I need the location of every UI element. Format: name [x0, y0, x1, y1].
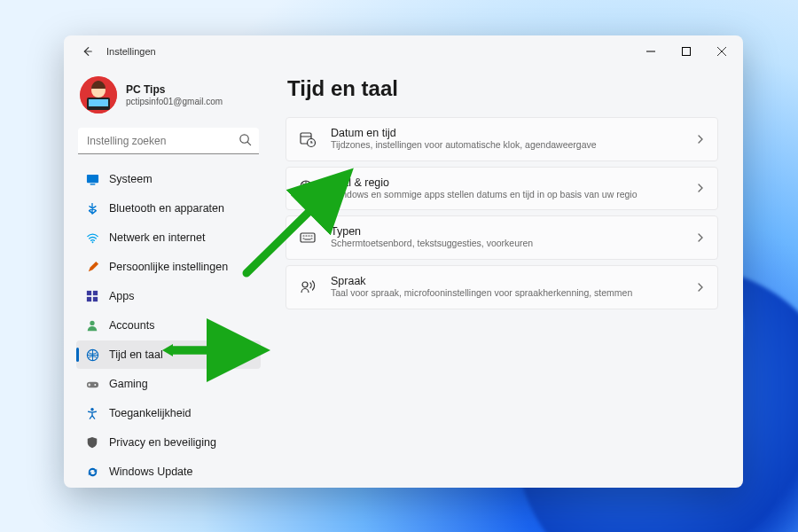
- card-title: Spraak: [331, 275, 682, 287]
- card-language-region[interactable]: Taal & regioWindows en sommige apps stel…: [286, 167, 718, 211]
- sidebar-item-label: Tijd en taal: [109, 348, 163, 361]
- titlebar: Instellingen: [64, 35, 743, 67]
- sidebar-item-gaming[interactable]: Gaming: [76, 370, 261, 398]
- apps-icon: [85, 289, 99, 303]
- svg-point-5: [240, 135, 248, 143]
- svg-rect-12: [93, 297, 98, 301]
- settings-window: Instellingen PC Tips pctipsinfo01@gmail.…: [64, 35, 743, 488]
- profile-email: pctipsinfo01@gmail.com: [126, 97, 223, 106]
- svg-point-8: [91, 241, 93, 243]
- main-content: Tijd en taal Datum en tijdTijdzones, ins…: [270, 67, 743, 488]
- language-globe-icon: [299, 179, 317, 197]
- sidebar-item-label: Toegankelijkheid: [109, 407, 191, 419]
- sidebar-item-network[interactable]: Netwerk en internet: [76, 223, 261, 252]
- search-box: [78, 128, 259, 154]
- card-title: Typen: [331, 225, 682, 238]
- sidebar-item-accounts[interactable]: Accounts: [76, 311, 261, 340]
- sidebar-item-windows-update[interactable]: Windows Update: [76, 458, 261, 486]
- svg-rect-11: [87, 297, 91, 301]
- sidebar-item-label: Privacy en beveiliging: [109, 436, 216, 449]
- card-date-time[interactable]: Datum en tijdTijdzones, instellingen voo…: [286, 117, 718, 161]
- sidebar-item-apps[interactable]: Apps: [76, 282, 261, 310]
- chevron-right-icon: [696, 279, 705, 295]
- shield-icon: [85, 435, 99, 450]
- sidebar-item-time-language[interactable]: Tijd en taal: [76, 340, 261, 369]
- chevron-right-icon: [696, 180, 705, 196]
- sidebar-item-privacy[interactable]: Privacy en beveiliging: [76, 428, 261, 457]
- sidebar-item-bluetooth[interactable]: Bluetooth en apparaten: [76, 194, 261, 223]
- chevron-right-icon: [696, 230, 705, 246]
- sidebar-item-label: Persoonlijke instellingen: [109, 261, 228, 273]
- chevron-right-icon: [696, 131, 705, 147]
- brush-icon: [85, 260, 99, 274]
- sidebar-item-label: Windows Update: [109, 466, 193, 478]
- nav-list: Systeem Bluetooth en apparaten Netwerk e…: [76, 165, 261, 486]
- sidebar-item-label: Gaming: [109, 378, 148, 390]
- minimize-button[interactable]: [633, 35, 669, 67]
- back-button[interactable]: [76, 41, 98, 62]
- svg-rect-6: [86, 174, 98, 182]
- sidebar: PC Tips pctipsinfo01@gmail.com Systeem B…: [64, 67, 270, 488]
- maximize-button[interactable]: [669, 35, 704, 67]
- card-desc: Taal voor spraak, microfooninstellingen …: [331, 287, 682, 300]
- card-title: Taal & regio: [331, 176, 682, 189]
- card-speech[interactable]: SpraakTaal voor spraak, microfooninstell…: [286, 265, 718, 309]
- close-icon: [717, 47, 726, 56]
- bluetooth-icon: [85, 201, 99, 215]
- card-desc: Windows en sommige apps stellen datums e…: [331, 189, 682, 201]
- display-icon: [85, 172, 99, 186]
- page-title: Tijd en taal: [287, 76, 718, 101]
- svg-rect-9: [87, 291, 91, 295]
- update-icon: [85, 465, 99, 479]
- avatar: [80, 76, 117, 113]
- profile-block[interactable]: PC Tips pctipsinfo01@gmail.com: [76, 73, 261, 126]
- card-typing[interactable]: TypenSchermtoetsenbord, tekstsuggesties,…: [286, 215, 718, 260]
- profile-name: PC Tips: [126, 83, 223, 96]
- svg-point-13: [90, 321, 94, 325]
- settings-cards: Datum en tijdTijdzones, instellingen voo…: [286, 117, 718, 309]
- svg-rect-10: [93, 291, 98, 295]
- sidebar-item-accessibility[interactable]: Toegankelijkheid: [76, 399, 261, 427]
- gamepad-icon: [85, 377, 99, 391]
- svg-point-17: [90, 408, 94, 411]
- minimize-icon: [646, 47, 655, 56]
- sidebar-item-label: Netwerk en internet: [109, 231, 205, 244]
- svg-point-16: [94, 384, 96, 386]
- speech-icon: [299, 278, 317, 296]
- svg-point-22: [302, 282, 308, 287]
- card-title: Datum en tijd: [331, 127, 682, 139]
- sidebar-item-system[interactable]: Systeem: [76, 165, 261, 193]
- search-icon: [239, 133, 252, 150]
- wifi-icon: [85, 231, 99, 245]
- sidebar-item-label: Systeem: [109, 173, 153, 185]
- svg-rect-21: [301, 233, 315, 242]
- sidebar-item-label: Bluetooth en apparaten: [109, 202, 224, 215]
- window-title: Instellingen: [106, 46, 156, 57]
- sidebar-item-personalization[interactable]: Persoonlijke instellingen: [76, 253, 261, 281]
- svg-rect-3: [89, 99, 108, 106]
- search-input[interactable]: [78, 128, 259, 154]
- person-icon: [85, 318, 99, 332]
- maximize-icon: [682, 47, 691, 56]
- svg-rect-0: [683, 48, 691, 56]
- globe-clock-icon: [85, 348, 99, 362]
- svg-rect-7: [90, 184, 95, 184]
- close-button[interactable]: [704, 35, 739, 67]
- keyboard-icon: [299, 229, 317, 246]
- sidebar-item-label: Apps: [109, 290, 135, 302]
- back-arrow-icon: [81, 45, 93, 58]
- calendar-clock-icon: [299, 130, 317, 148]
- card-desc: Tijdzones, instellingen voor automatisch…: [331, 139, 682, 152]
- accessibility-icon: [85, 406, 99, 420]
- sidebar-item-label: Accounts: [109, 319, 154, 332]
- window-controls: [633, 35, 739, 67]
- card-desc: Schermtoetsenbord, tekstsuggesties, voor…: [331, 238, 682, 250]
